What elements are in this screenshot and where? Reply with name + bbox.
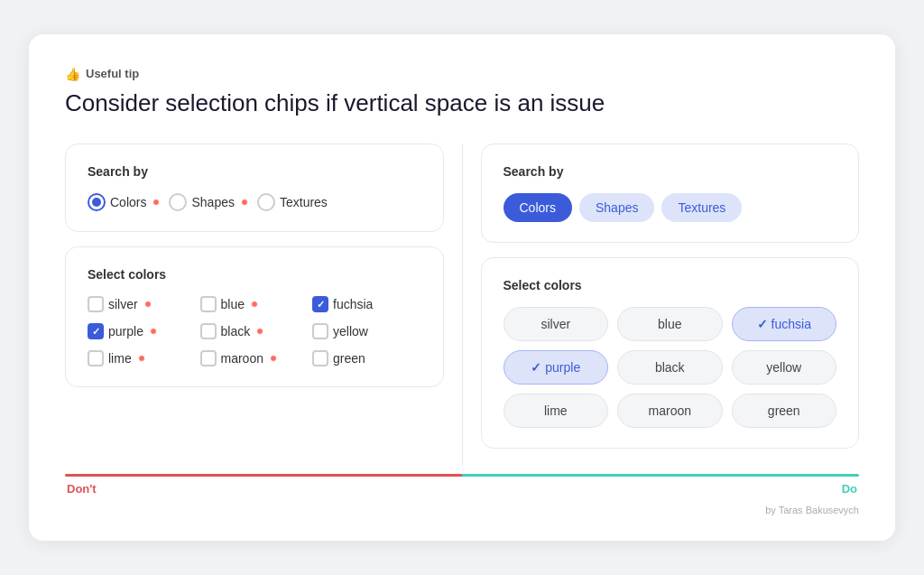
sel-chip-maroon[interactable]: maroon — [617, 394, 723, 428]
divider-do — [462, 474, 859, 477]
checkbox-label-silver: silver — [108, 297, 138, 311]
radio-circle-shapes[interactable] — [169, 193, 187, 211]
checkbox-maroon[interactable] — [200, 350, 217, 366]
label-row: Don't Do — [65, 482, 859, 496]
radio-circle-colors[interactable] — [88, 193, 106, 211]
radio-item-colors[interactable]: Colors — [88, 193, 163, 211]
checkbox-item-blue[interactable]: blue — [200, 296, 310, 312]
radio-item-textures[interactable]: Textures — [257, 193, 328, 211]
select-colors-checkbox-box: Select colors silver — [65, 246, 444, 387]
search-by-chip-box: Search by Colors Shapes Textures — [481, 144, 860, 243]
chip-textures[interactable]: Textures — [661, 193, 742, 222]
checkbox-black[interactable] — [200, 323, 217, 339]
attribution: by Taras Bakusevych — [65, 505, 859, 515]
radio-group: Colors Shapes — [88, 193, 421, 211]
panels-row: Search by Colors — [65, 144, 859, 467]
checkbox-label-purple: purple — [108, 324, 143, 339]
sel-chip-fuchsia[interactable]: ✓ fuchsia — [732, 307, 837, 341]
sel-chip-silver[interactable]: silver — [504, 307, 609, 341]
main-card: 👍 Useful tip Consider selection chips if… — [29, 34, 895, 542]
sel-chip-green[interactable]: green — [732, 394, 837, 428]
checkbox-grid: silver blue — [88, 296, 421, 366]
checkbox-fuchsia[interactable] — [312, 296, 328, 312]
chip-colors[interactable]: Colors — [504, 193, 572, 222]
checkbox-item-black[interactable]: black — [200, 323, 310, 339]
checkbox-lime[interactable] — [88, 350, 104, 366]
checkbox-item-purple[interactable]: purple — [88, 323, 197, 339]
checkbox-item-silver[interactable]: silver — [88, 296, 197, 312]
sel-chip-black[interactable]: black — [617, 350, 723, 385]
checkbox-label-lime: lime — [108, 351, 132, 366]
checkbox-yellow[interactable] — [312, 323, 328, 339]
select-colors-chip-label: Select colors — [504, 278, 837, 292]
checkbox-purple[interactable] — [88, 323, 104, 339]
search-by-radio-box: Search by Colors — [65, 144, 444, 232]
headline: Consider selection chips if vertical spa… — [65, 88, 859, 119]
radio-circle-textures[interactable] — [257, 193, 275, 211]
thumb-icon: 👍 — [65, 67, 80, 81]
checkbox-item-fuchsia[interactable]: fuchsia — [312, 296, 421, 312]
checkbox-label-fuchsia: fuchsia — [333, 297, 373, 311]
do-column: Search by Colors Shapes Textures Select … — [463, 144, 860, 467]
check-icon-fuchsia: ✓ — [757, 317, 768, 331]
radio-label-textures: Textures — [280, 195, 328, 209]
do-label: Do — [842, 482, 857, 496]
checkbox-label-green: green — [333, 351, 365, 366]
sel-chip-purple[interactable]: ✓ purple — [504, 350, 609, 385]
sel-chip-blue[interactable]: blue — [617, 307, 723, 341]
useful-tip-banner: 👍 Useful tip — [65, 67, 859, 81]
checkbox-item-green[interactable]: green — [312, 350, 421, 366]
chip-group: Colors Shapes Textures — [504, 193, 837, 222]
chip-shapes[interactable]: Shapes — [579, 193, 654, 222]
search-by-chip-label: Search by — [504, 164, 837, 179]
divider-row — [65, 474, 859, 477]
dont-label: Don't — [67, 482, 97, 496]
checkbox-label-maroon: maroon — [221, 351, 263, 366]
checkbox-item-maroon[interactable]: maroon — [200, 350, 310, 366]
search-by-radio-label: Search by — [88, 164, 421, 179]
divider-dont — [65, 474, 462, 477]
checkbox-label-black: black — [221, 324, 251, 339]
useful-tip-label: Useful tip — [86, 67, 139, 80]
selection-chip-grid: silver blue ✓ fuchsia ✓ purple black yel… — [504, 307, 837, 428]
sel-chip-yellow[interactable]: yellow — [732, 350, 837, 385]
checkbox-label-yellow: yellow — [333, 324, 368, 339]
select-colors-chip-box: Select colors silver blue ✓ fuchsia ✓ pu… — [481, 257, 860, 449]
check-icon-purple: ✓ — [531, 360, 541, 375]
dont-column: Search by Colors — [65, 144, 462, 467]
radio-item-shapes[interactable]: Shapes — [169, 193, 251, 211]
radio-label-colors: Colors — [110, 195, 146, 209]
radio-label-shapes: Shapes — [191, 195, 234, 209]
select-colors-checkbox-label: Select colors — [88, 267, 421, 282]
checkbox-silver[interactable] — [88, 296, 104, 312]
checkbox-green[interactable] — [312, 350, 328, 366]
checkbox-item-lime[interactable]: lime — [88, 350, 197, 366]
sel-chip-lime[interactable]: lime — [504, 394, 609, 428]
checkbox-item-yellow[interactable]: yellow — [312, 323, 421, 339]
checkbox-label-blue: blue — [221, 297, 245, 311]
checkbox-blue[interactable] — [200, 296, 217, 312]
